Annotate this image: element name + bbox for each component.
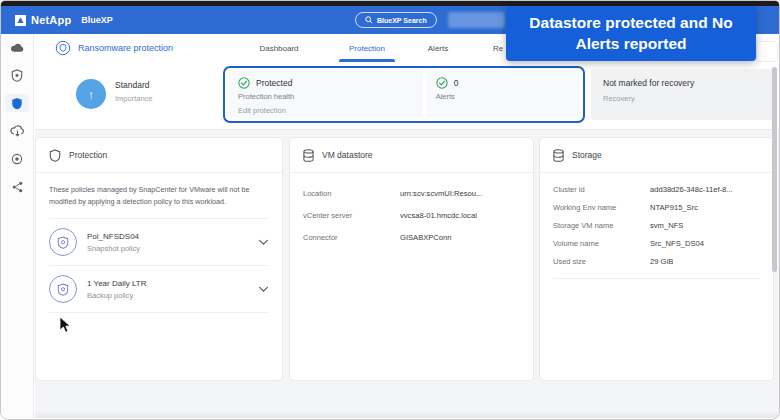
sidebar-item-cloud[interactable] xyxy=(5,38,29,56)
highlight-box: Protected Protection health Edit protect… xyxy=(223,66,585,123)
policy-type: Snapshot policy xyxy=(87,244,140,253)
chevron-down-icon[interactable] xyxy=(258,239,269,246)
field-row: Working Env name NTAP915_Src xyxy=(540,203,773,212)
tab-recovery-partial[interactable]: Re xyxy=(493,34,503,62)
field-value: Src_NFS_DS04 xyxy=(650,239,704,248)
tab-protection[interactable]: Protection xyxy=(349,34,385,62)
alerts-count: 0 xyxy=(454,78,459,88)
protection-card-header: Protection xyxy=(36,138,282,173)
field-value: vvcsa8-01.hmcdc.local xyxy=(400,211,477,220)
netapp-logo-icon xyxy=(15,15,26,26)
annotation-callout: Datastore protected and No Alerts report… xyxy=(506,6,756,61)
field-row: Location urn:scv:scvmUI:Resou... xyxy=(290,189,533,198)
protection-health-panel: Protected Protection health Edit protect… xyxy=(228,71,423,118)
chevron-down-icon[interactable] xyxy=(258,286,269,293)
field-row: Cluster id add38d26-348c-11ef-8... xyxy=(540,185,773,194)
importance-block: Standard Importance xyxy=(115,80,153,103)
ransomware-protection-icon xyxy=(55,40,71,56)
field-row: vCenter server vvcsa8-01.hmcdc.local xyxy=(290,211,533,220)
divider xyxy=(49,312,269,313)
storage-card-header: Storage xyxy=(540,138,773,173)
vertical-scrollbar[interactable] xyxy=(772,67,777,272)
shield-heart-icon xyxy=(11,69,23,82)
alerts-label: Alerts xyxy=(436,92,570,101)
up-arrow-icon: ↑ xyxy=(88,87,95,102)
importance-avatar: ↑ xyxy=(76,79,106,109)
check-circle-icon xyxy=(436,77,448,89)
sidebar-item-health[interactable] xyxy=(5,66,29,84)
shield-protection-icon xyxy=(11,97,23,110)
sidebar-item-ransomware-protection[interactable] xyxy=(5,94,29,112)
policy-row-backup[interactable]: 1 Year Daily LTR Backup policy xyxy=(36,266,282,312)
share-icon xyxy=(12,181,23,193)
field-value: 29 GiB xyxy=(650,257,673,266)
field-value: add38d26-348c-11ef-8... xyxy=(650,185,733,194)
cloud-restore-icon xyxy=(10,125,25,137)
tab-dashboard[interactable]: Dashboard xyxy=(259,34,298,62)
policy-name: 1 Year Daily LTR xyxy=(87,279,146,288)
sidebar xyxy=(1,34,34,418)
vm-datastore-card-header: VM datastore xyxy=(290,138,533,173)
redacted-account-info xyxy=(448,12,505,28)
policy-type: Backup policy xyxy=(87,291,146,300)
field-label: Volume name xyxy=(553,239,650,248)
sidebar-item-share[interactable] xyxy=(5,178,29,196)
check-circle-icon xyxy=(238,77,250,89)
protection-health-label: Protection health xyxy=(238,92,413,101)
cloud-icon xyxy=(10,42,25,53)
callout-text: Datastore protected and No Alerts report… xyxy=(518,13,744,53)
main-content: Protection These policies managed by Sna… xyxy=(35,130,779,418)
recovery-value: Not marked for recovery xyxy=(603,78,764,88)
brand-product: BlueXP xyxy=(81,15,113,25)
field-label: Working Env name xyxy=(553,203,650,212)
workload-summary-band: ↑ Standard Importance Protected Protecti… xyxy=(35,62,779,130)
field-value: urn:scv:scvmUI:Resou... xyxy=(400,189,482,198)
bottom-edge-shadow xyxy=(35,411,779,418)
importance-label: Importance xyxy=(115,94,153,103)
gear-icon xyxy=(11,153,23,165)
policy-shield-icon xyxy=(49,275,77,303)
field-value: GISABXPConn xyxy=(400,233,452,242)
divider xyxy=(553,278,760,279)
protection-health-value: Protected xyxy=(256,78,292,88)
search-button[interactable]: BlueXP Search xyxy=(355,12,437,28)
policy-name: Pol_NFSDS04 xyxy=(87,232,140,241)
protection-card: Protection These policies managed by Sna… xyxy=(35,137,283,381)
field-value: svm_NFS xyxy=(650,221,683,230)
tab-alerts[interactable]: Alerts xyxy=(428,34,448,62)
app-title-group: Ransomware protection xyxy=(55,34,173,62)
sidebar-item-restore[interactable] xyxy=(5,122,29,140)
storage-card-title: Storage xyxy=(572,150,602,160)
edit-protection-link[interactable]: Edit protection xyxy=(238,106,413,115)
field-label: Connector xyxy=(303,233,400,242)
policy-row-snapshot[interactable]: Pol_NFSDS04 Snapshot policy xyxy=(36,219,282,265)
brand: NetApp BlueXP xyxy=(15,6,113,34)
app-window: NetApp BlueXP BlueXP Search Datastore pr… xyxy=(0,0,780,420)
vm-datastore-card: VM datastore Location urn:scv:scvmUI:Res… xyxy=(289,137,534,381)
policy-text: 1 Year Daily LTR Backup policy xyxy=(87,279,146,300)
brand-name: NetApp xyxy=(31,14,71,26)
recovery-label: Recovery xyxy=(603,94,764,103)
field-row: Connector GISABXPConn xyxy=(290,233,533,242)
protection-card-title: Protection xyxy=(69,150,107,160)
database-icon xyxy=(303,149,314,162)
field-label: Location xyxy=(303,189,400,198)
importance-value: Standard xyxy=(115,80,153,90)
field-row: Used size 29 GiB xyxy=(540,257,773,266)
policy-shield-icon xyxy=(49,228,77,256)
mouse-cursor xyxy=(59,316,71,338)
database-icon xyxy=(553,149,564,162)
page-title: Ransomware protection xyxy=(78,43,173,53)
field-label: vCenter server xyxy=(303,211,400,220)
field-label: Cluster id xyxy=(553,185,650,194)
hidden-header-control[interactable] xyxy=(756,41,778,62)
search-label: BlueXP Search xyxy=(377,17,427,24)
sidebar-item-settings[interactable] xyxy=(5,150,29,168)
vm-datastore-card-title: VM datastore xyxy=(322,150,373,160)
protection-description: These policies managed by SnapCenter for… xyxy=(49,184,269,207)
shield-outline-icon xyxy=(49,149,61,162)
policy-text: Pol_NFSDS04 Snapshot policy xyxy=(87,232,140,253)
field-row: Volume name Src_NFS_DS04 xyxy=(540,239,773,248)
alerts-panel: 0 Alerts xyxy=(426,71,580,118)
field-row: Storage VM name svm_NFS xyxy=(540,221,773,230)
